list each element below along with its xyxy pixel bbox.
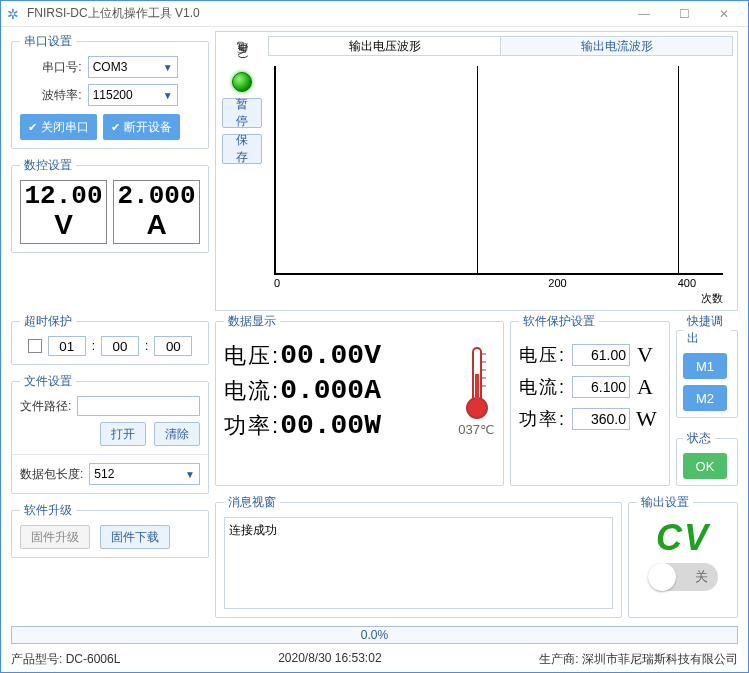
protect-legend: 软件保护设置 bbox=[519, 313, 599, 330]
nc-legend: 数控设置 bbox=[20, 157, 76, 174]
firmware-group: 软件升级 固件升级 固件下载 bbox=[11, 502, 209, 558]
protect-current-unit: A bbox=[636, 374, 654, 400]
current-unit: A bbox=[116, 209, 197, 241]
open-file-button[interactable]: 打开 bbox=[100, 422, 146, 446]
preset-m1-button[interactable]: M1 bbox=[683, 353, 727, 379]
firmware-upgrade-button[interactable]: 固件升级 bbox=[20, 525, 90, 549]
voltage-value: 00.00V bbox=[280, 340, 381, 371]
switch-label: 关 bbox=[695, 568, 708, 586]
packet-length-label: 数据包长度: bbox=[20, 466, 83, 483]
protect-power-unit: W bbox=[636, 406, 654, 432]
voltage-set-display[interactable]: 12.00 V bbox=[20, 180, 107, 244]
voltage-unit: V bbox=[23, 209, 104, 241]
quick-call-group: 快捷调出 M1 M2 bbox=[676, 313, 738, 418]
file-legend: 文件设置 bbox=[20, 373, 76, 390]
app-icon: ✲ bbox=[5, 6, 21, 22]
serial-settings-group: 串口设置 串口号: COM3 ▼ 波特率: 115200 ▼ bbox=[11, 33, 209, 149]
voltage-label: 电压: bbox=[224, 341, 280, 371]
current-set-display[interactable]: 2.000 A bbox=[113, 180, 200, 244]
state-group: 状态 OK bbox=[676, 430, 738, 486]
chevron-down-icon: ▼ bbox=[163, 62, 173, 73]
timeout-hours[interactable] bbox=[48, 336, 86, 356]
firmware-download-button[interactable]: 固件下载 bbox=[100, 525, 170, 549]
file-path-input[interactable] bbox=[77, 396, 200, 416]
xtick-0: 0 bbox=[274, 277, 280, 289]
power-label: 功率: bbox=[224, 411, 280, 441]
current-value: 0.000A bbox=[280, 375, 381, 406]
data-display-group: 数据显示 电压: 00.00V 电流: 0.000A bbox=[215, 313, 504, 486]
chart-xaxis: 0 200 400 bbox=[274, 277, 723, 289]
protect-voltage-input[interactable] bbox=[572, 344, 630, 366]
timeout-checkbox[interactable] bbox=[28, 339, 42, 353]
firmware-legend: 软件升级 bbox=[20, 502, 76, 519]
file-path-label: 文件路径: bbox=[20, 398, 71, 415]
voltage-set-value: 12.00 bbox=[23, 183, 104, 209]
chevron-down-icon: ▼ bbox=[163, 90, 173, 101]
nc-settings-group: 数控设置 12.00 V 2.000 A bbox=[11, 157, 209, 253]
clear-file-button[interactable]: 清除 bbox=[154, 422, 200, 446]
state-ok-button[interactable]: OK bbox=[683, 453, 727, 479]
port-value: COM3 bbox=[93, 60, 128, 74]
quick-legend: 快捷调出 bbox=[683, 313, 731, 347]
window-title: FNIRSI-DC上位机操作工具 V1.0 bbox=[27, 5, 624, 22]
check-icon: ✔ bbox=[28, 121, 37, 134]
xtick-400: 400 bbox=[678, 277, 696, 289]
progress-bar: 0.0% bbox=[11, 626, 738, 644]
tab-voltage-waveform[interactable]: 输出电压波形 bbox=[269, 37, 501, 55]
timeout-seconds[interactable] bbox=[154, 336, 192, 356]
chart-plot-area[interactable] bbox=[274, 66, 723, 275]
svg-rect-2 bbox=[475, 374, 479, 404]
disconnect-button[interactable]: ✔ 断开设备 bbox=[103, 114, 180, 140]
protect-power-label: 功率: bbox=[519, 407, 566, 431]
software-protect-group: 软件保护设置 电压: V 电流: A 功率: bbox=[510, 313, 670, 486]
maximize-button[interactable]: ☐ bbox=[664, 2, 704, 26]
status-led-icon bbox=[232, 72, 252, 92]
close-serial-button[interactable]: ✔ 关闭串口 bbox=[20, 114, 97, 140]
power-value: 00.00W bbox=[280, 410, 381, 441]
status-model: 产品型号: DC-6006L bbox=[11, 651, 120, 668]
minimize-button[interactable]: — bbox=[624, 2, 664, 26]
protect-voltage-unit: V bbox=[636, 342, 654, 368]
check-icon: ✔ bbox=[111, 121, 120, 134]
packet-length-dropdown[interactable]: 512 ▼ bbox=[89, 463, 200, 485]
close-button[interactable]: ✕ bbox=[704, 2, 744, 26]
timeout-legend: 超时保护 bbox=[20, 313, 76, 330]
protect-current-input[interactable] bbox=[572, 376, 630, 398]
timeout-group: 超时保护 : : bbox=[11, 313, 209, 365]
save-button[interactable]: 保存 bbox=[222, 134, 262, 164]
baud-value: 115200 bbox=[93, 88, 133, 102]
serial-legend: 串口设置 bbox=[20, 33, 76, 50]
tab-current-waveform[interactable]: 输出电流波形 bbox=[501, 37, 732, 55]
timeout-minutes[interactable] bbox=[101, 336, 139, 356]
output-mode-value: CV bbox=[637, 517, 729, 559]
disconnect-label: 断开设备 bbox=[124, 119, 172, 136]
output-switch[interactable]: 关 bbox=[648, 563, 718, 591]
pause-button[interactable]: 暂停 bbox=[222, 98, 262, 128]
protect-power-input[interactable] bbox=[572, 408, 630, 430]
file-settings-group: 文件设置 文件路径: 打开 清除 数据包长度: 512 ▼ bbox=[11, 373, 209, 494]
status-vendor: 生产商: 深圳市菲尼瑞斯科技有限公司 bbox=[539, 651, 738, 668]
xtick-200: 200 bbox=[548, 277, 566, 289]
progress-text: 0.0% bbox=[361, 628, 388, 642]
message-legend: 消息视窗 bbox=[224, 494, 280, 511]
chart-xlabel: 次数 bbox=[268, 291, 723, 306]
temperature-value: 037℃ bbox=[458, 422, 495, 437]
close-serial-label: 关闭串口 bbox=[41, 119, 89, 136]
output-settings-group: 输出设置 CV 关 bbox=[628, 494, 738, 618]
current-set-value: 2.000 bbox=[116, 183, 197, 209]
protect-current-label: 电流: bbox=[519, 375, 566, 399]
switch-knob bbox=[648, 563, 676, 591]
preset-m2-button[interactable]: M2 bbox=[683, 385, 727, 411]
chart-panel: 电压 (V) 暂停 保存 输出电压波形 输出电流波形 0 bbox=[215, 31, 738, 311]
baud-dropdown[interactable]: 115200 ▼ bbox=[88, 84, 178, 106]
status-bar: 产品型号: DC-6006L 2020/8/30 16:53:02 生产商: 深… bbox=[1, 649, 748, 672]
message-textarea[interactable]: 连接成功 bbox=[224, 517, 613, 609]
status-datetime: 2020/8/30 16:53:02 bbox=[278, 651, 381, 668]
baud-label: 波特率: bbox=[42, 87, 81, 104]
port-dropdown[interactable]: COM3 ▼ bbox=[88, 56, 178, 78]
message-text: 连接成功 bbox=[229, 523, 277, 537]
data-display-legend: 数据显示 bbox=[224, 313, 280, 330]
chevron-down-icon: ▼ bbox=[185, 469, 195, 480]
state-legend: 状态 bbox=[683, 430, 715, 447]
app-window: ✲ FNIRSI-DC上位机操作工具 V1.0 — ☐ ✕ 串口设置 串口号: … bbox=[0, 0, 749, 673]
